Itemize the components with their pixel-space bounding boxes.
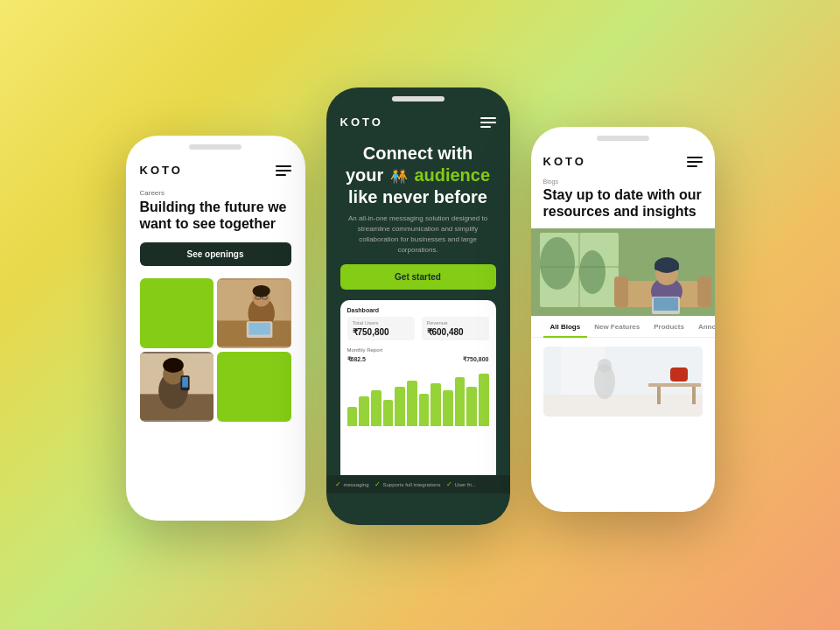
phone2-cta-button[interactable]: Get started <box>340 264 496 290</box>
phone2-dash-title: Dashboard <box>347 307 489 313</box>
svg-rect-8 <box>248 323 270 335</box>
phone2-stat2-label: Revenue <box>427 320 484 326</box>
phone2-headline-audience: audience <box>414 165 490 185</box>
phone2-dashboard: Dashboard Total Users ₹750,800 Revenue ₹… <box>340 300 496 475</box>
svg-rect-38 <box>648 383 701 387</box>
phone2-headline-never: like never before <box>348 187 487 206</box>
phone2-stat1-value: ₹750,800 <box>353 327 410 337</box>
svg-rect-35 <box>543 395 703 416</box>
svg-point-24 <box>579 250 606 294</box>
svg-rect-31 <box>654 265 679 270</box>
phone2-chart-label: Monthly Report <box>347 347 489 353</box>
svg-rect-40 <box>692 387 696 404</box>
phone1-section-label: Careers <box>126 184 305 199</box>
bar-chart-bar <box>407 381 417 427</box>
phone2-chart: Monthly Report ₹682.5 ₹750,800 <box>347 347 489 426</box>
bar-chart-bar <box>383 400 394 426</box>
bar-chart-bar <box>359 396 369 426</box>
phone1-image-grid <box>126 278 305 422</box>
svg-rect-16 <box>182 377 188 388</box>
phone1-cta-button[interactable]: See openings <box>140 242 291 266</box>
phone2-menu-icon[interactable] <box>480 117 496 128</box>
phone2-check-3: ✓ <box>446 480 452 488</box>
phone1-grid-cell-green-2 <box>217 352 291 422</box>
svg-point-6 <box>253 285 270 298</box>
svg-rect-27 <box>697 276 711 307</box>
phone3-logo: KOTO <box>543 155 586 168</box>
phone-blogs: KOTO Blogs Stay up to date with our reso… <box>531 127 715 512</box>
phone1-grid-cell-photo-man <box>140 352 214 422</box>
phone2-headline: Connect with your 🧑‍🤝‍🧑 audience like ne… <box>326 136 510 214</box>
phone2-subtext: An all-in-one messaging solution designe… <box>326 214 510 264</box>
phone2-logo: KOTO <box>340 116 383 129</box>
bar-chart-bar <box>466 387 477 426</box>
phone2-chart-sub-value: ₹682.5 <box>347 356 367 363</box>
svg-rect-33 <box>654 298 678 311</box>
bar-chart-bar <box>347 407 358 427</box>
bar-chart-bar <box>479 374 489 426</box>
phone3-section-label: Blogs <box>531 175 715 186</box>
phone2-stat2-value: ₹600,480 <box>427 327 484 337</box>
svg-rect-26 <box>614 276 628 307</box>
phone3-tab-announcements[interactable]: Announ... <box>691 323 715 337</box>
bar-chart-bar <box>455 377 466 426</box>
phone3-tabs: All Blogs New Features Products Announ..… <box>531 316 715 338</box>
phone3-tab-products[interactable]: Products <box>647 323 691 337</box>
phone2-check-2: ✓ <box>374 480 381 488</box>
phone-connect: KOTO Connect with your 🧑‍🤝‍🧑 audience li… <box>326 88 510 525</box>
phone1-header: KOTO <box>126 157 305 184</box>
phone2-stat-card-1: Total Users ₹750,800 <box>347 317 415 340</box>
phone2-header: KOTO <box>326 108 510 136</box>
phone3-headline: Stay up to date with our resources and i… <box>531 186 715 228</box>
bar-chart-bar <box>419 394 430 427</box>
phone3-menu-icon[interactable] <box>687 157 703 167</box>
phone2-avatar-emojis: 🧑‍🤝‍🧑 <box>390 169 408 184</box>
phone3-blog-post-image <box>543 346 703 416</box>
phone2-stat-card-2: Revenue ₹600,480 <box>422 317 489 340</box>
phone2-stat1-label: Total Users <box>353 320 410 326</box>
phone3-header: KOTO <box>531 148 715 175</box>
phone1-menu-icon[interactable] <box>276 165 291 176</box>
phone2-footer: ✓ messaging ✓ Supports full integrations… <box>326 475 510 494</box>
phone2-footer-item-2: ✓ Supports full integrations <box>374 480 441 488</box>
svg-rect-42 <box>670 368 688 382</box>
phone2-bar-chart <box>347 365 489 426</box>
bar-chart-bar <box>443 390 453 426</box>
phone2-footer-item-3: ✓ User fri... <box>446 480 476 488</box>
phone3-hero-image <box>531 228 715 316</box>
phone1-grid-cell-photo-woman <box>217 278 291 348</box>
bar-chart-bar <box>395 387 405 426</box>
phone2-check-1: ✓ <box>335 480 341 488</box>
bar-chart-bar <box>371 390 382 426</box>
phone1-headline: Building the future we want to see toget… <box>126 199 305 242</box>
phone1-logo: KOTO <box>140 164 183 177</box>
svg-point-14 <box>163 358 184 373</box>
phone2-headline-connect: Connect with <box>363 144 473 163</box>
phone3-tab-new-features[interactable]: New Features <box>587 323 647 337</box>
svg-point-23 <box>540 237 575 290</box>
svg-point-44 <box>598 359 612 373</box>
phone2-stats-row: Total Users ₹750,800 Revenue ₹600,480 <box>347 317 489 340</box>
phone3-tab-all-blogs[interactable]: All Blogs <box>543 323 588 338</box>
phone2-footer-item-1: ✓ messaging <box>335 480 369 488</box>
phone1-grid-cell-green-1 <box>140 278 214 348</box>
phone2-chart-max: ₹750,800 <box>463 356 488 363</box>
phone2-headline-your: your <box>346 165 383 185</box>
bar-chart-bar <box>430 383 441 426</box>
phone-careers: KOTO Careers Building the future we want… <box>126 136 305 521</box>
svg-rect-39 <box>657 387 661 404</box>
